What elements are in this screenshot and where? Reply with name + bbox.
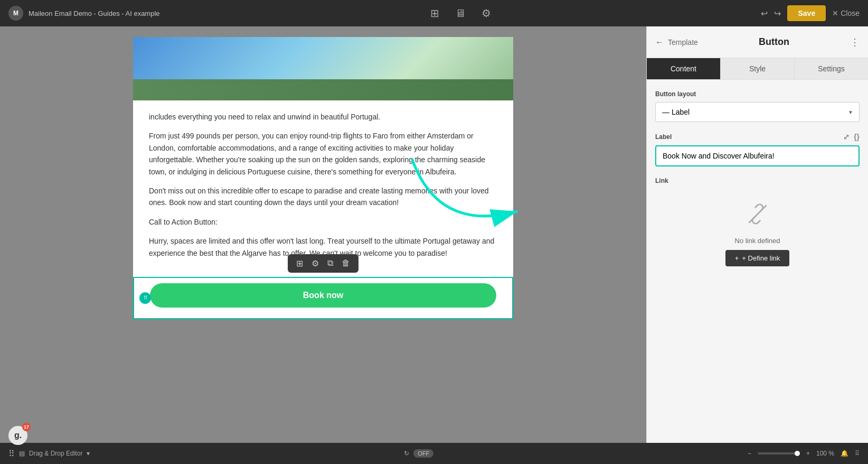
bottombar: ⠿ ▤ Drag & Drop Editor ▾ ↻ OFF − + 100 %… bbox=[0, 443, 868, 464]
ai-icon: ↻ bbox=[404, 450, 409, 457]
panel-tabs: Content Style Settings bbox=[647, 58, 868, 80]
button-drag-handle[interactable]: ⠿ bbox=[139, 292, 151, 304]
expand-icon[interactable]: ⤢ bbox=[843, 133, 850, 141]
bell-icon[interactable]: 🔔 bbox=[841, 450, 848, 457]
label-field-header: Label ⤢ {} bbox=[655, 133, 860, 141]
email-para-2: From just 499 pounds per person, you can… bbox=[149, 130, 497, 178]
grid-icon[interactable]: ⊞ bbox=[430, 7, 439, 20]
define-link-plus-icon: + bbox=[735, 254, 739, 262]
panel-title: Button bbox=[698, 36, 850, 48]
panel-header: ← Template Button ⋮ bbox=[647, 26, 868, 58]
bottombar-left: ⠿ ▤ Drag & Drop Editor ▾ bbox=[8, 449, 90, 459]
label-icons: ⤢ {} bbox=[843, 133, 860, 141]
zoom-slider[interactable] bbox=[758, 452, 800, 454]
notification-badge: 17 bbox=[22, 423, 31, 431]
app-title: Maileon Email Demo - Guides - AI example bbox=[29, 10, 160, 17]
editor-label: Drag & Drop Editor bbox=[29, 450, 82, 457]
button-layout-label: Button layout bbox=[655, 90, 860, 98]
monitor-icon[interactable]: 🖥 bbox=[455, 7, 466, 20]
bottombar-center: ↻ OFF bbox=[404, 449, 433, 458]
toolbar-settings-button[interactable]: ⚙ bbox=[308, 257, 322, 270]
canvas-area[interactable]: includes everything you need to relax an… bbox=[0, 26, 646, 443]
label-section: Label ⤢ {} bbox=[655, 133, 860, 166]
email-text-content: includes everything you need to relax an… bbox=[133, 100, 513, 277]
link-section: Link No link defined + + Define link bbox=[655, 177, 860, 277]
ai-toggle[interactable]: OFF bbox=[413, 449, 433, 458]
zoom-level: 100 % bbox=[816, 450, 834, 457]
email-body: includes everything you need to relax an… bbox=[133, 37, 513, 319]
zoom-in-icon[interactable]: + bbox=[806, 450, 810, 457]
button-layout-select[interactable]: — Label Icon + Label Icon only bbox=[655, 102, 860, 122]
email-cta-button[interactable]: Book now bbox=[150, 283, 496, 308]
tab-settings[interactable]: Settings bbox=[795, 58, 868, 79]
email-para-4: Call to Action Button: bbox=[149, 216, 497, 228]
zoom-out-icon[interactable]: − bbox=[748, 450, 751, 457]
undo-button[interactable]: ↩ bbox=[761, 8, 768, 18]
save-button[interactable]: Save bbox=[787, 5, 826, 21]
user-avatar[interactable]: g. 17 bbox=[8, 426, 27, 445]
bottombar-right: − + 100 % 🔔 ⠿ bbox=[748, 450, 860, 457]
editor-icon: ▤ bbox=[19, 450, 25, 457]
no-link-icon bbox=[745, 201, 770, 231]
button-layout-select-wrapper: — Label Icon + Label Icon only bbox=[655, 102, 860, 122]
editor-dropdown-icon[interactable]: ▾ bbox=[87, 450, 90, 457]
app-logo: M bbox=[8, 6, 23, 21]
right-panel: ← Template Button ⋮ Content Style Settin… bbox=[646, 26, 868, 443]
close-x-icon: ✕ bbox=[832, 9, 838, 17]
email-para-1: includes everything you need to relax an… bbox=[149, 111, 497, 123]
close-button[interactable]: ✕ Close bbox=[832, 9, 860, 17]
topbar-left: M Maileon Email Demo - Guides - AI examp… bbox=[8, 6, 160, 21]
label-input[interactable] bbox=[655, 145, 860, 166]
tab-content[interactable]: Content bbox=[647, 58, 721, 79]
settings-icon[interactable]: ⚙ bbox=[482, 7, 491, 20]
button-toolbar: ⊞ ⚙ ⧉ 🗑 bbox=[288, 254, 358, 273]
tab-style[interactable]: Style bbox=[721, 58, 795, 79]
panel-more-button[interactable]: ⋮ bbox=[850, 36, 860, 48]
email-header-image bbox=[133, 37, 513, 100]
panel-back-button[interactable]: ← bbox=[655, 38, 664, 47]
panel-content: Button layout — Label Icon + Label Icon … bbox=[647, 80, 868, 443]
email-para-3: Don't miss out on this incredible offer … bbox=[149, 185, 497, 209]
button-layout-section: Button layout — Label Icon + Label Icon … bbox=[655, 90, 860, 122]
toolbar-move-button[interactable]: ⊞ bbox=[293, 257, 306, 270]
no-link-text: No link defined bbox=[735, 237, 780, 245]
topbar: M Maileon Email Demo - Guides - AI examp… bbox=[0, 0, 868, 26]
topbar-center: ⊞ 🖥 ⚙ bbox=[430, 7, 491, 20]
panel-breadcrumb: Template bbox=[668, 38, 698, 47]
link-label: Link bbox=[655, 177, 860, 184]
no-link-area: No link defined + + Define link bbox=[655, 191, 860, 277]
define-link-button[interactable]: + + Define link bbox=[725, 250, 790, 266]
grid-dots-icon[interactable]: ⠿ bbox=[855, 450, 860, 457]
main-content: includes everything you need to relax an… bbox=[0, 26, 868, 443]
redo-button[interactable]: ↪ bbox=[774, 8, 781, 18]
user-avatar-area: g. 17 bbox=[8, 426, 27, 445]
button-container[interactable]: ⊞ ⚙ ⧉ 🗑 ⠿ Book now bbox=[133, 277, 513, 319]
toolbar-duplicate-button[interactable]: ⧉ bbox=[324, 257, 336, 269]
svg-line-1 bbox=[749, 206, 766, 222]
toolbar-delete-button[interactable]: 🗑 bbox=[338, 257, 353, 269]
code-icon[interactable]: {} bbox=[854, 133, 860, 141]
topbar-right: ↩ ↪ Save ✕ Close bbox=[761, 5, 860, 21]
handle-icon: ⠿ bbox=[8, 449, 15, 459]
